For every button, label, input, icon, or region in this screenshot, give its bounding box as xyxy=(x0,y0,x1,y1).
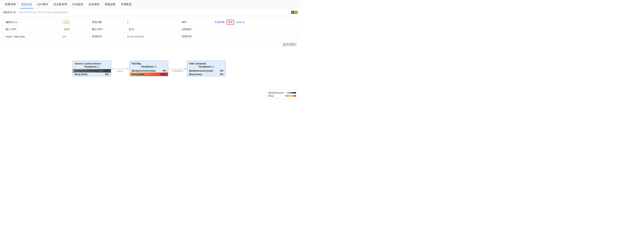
tab-autotune[interactable]: 自动调优 xyxy=(86,0,102,9)
node-source-title: Source: Custom Source xyxy=(75,62,109,65)
latency-value: - xyxy=(212,26,298,33)
job-id-bar: 当前作业 ID dc1f7e1a-61c2-4877-831b-340fe2ce… xyxy=(0,9,300,16)
node-source-bp: Backpressured (max):100% xyxy=(73,69,111,73)
node-sink[interactable]: Sink: Unnamed Parallelism: 1 Backpressur… xyxy=(187,61,226,76)
node-flatmap-bp: Backpressured (max):0% xyxy=(130,69,168,73)
legend-bp-bar xyxy=(286,92,296,93)
tab-job-probe[interactable]: 作业探查 xyxy=(70,0,86,9)
node-sink-busy: Busy (max):0% xyxy=(187,73,225,76)
legend-bp-label: Backpressured xyxy=(268,91,284,94)
status-badge-green: 3 xyxy=(295,11,298,14)
metrics-link[interactable]: 指标 xyxy=(226,20,234,25)
job-graph: Source: Custom Source Parallelism: 1 Bac… xyxy=(3,49,298,99)
health-pill: 100 xyxy=(62,21,70,24)
status-badge-gray: 3 xyxy=(291,11,294,14)
info-table: 健康分Beta 100 重启次数 0 操作 作业详情 指标 Flink UI 输… xyxy=(3,19,298,40)
ops-links: 作业详情 指标 Flink UI xyxy=(212,19,298,26)
health-label: 健康分Beta xyxy=(3,19,60,26)
flink-ui-link[interactable]: Flink UI xyxy=(236,21,244,24)
legend: Backpressured Busy xyxy=(267,90,298,99)
latency-label: 业务延时 xyxy=(179,26,212,33)
tab-state-mgmt[interactable]: 状态集管理 xyxy=(51,0,70,9)
edge-forward-label: FORWARD xyxy=(172,70,183,72)
start-label: 启动时间 xyxy=(89,33,124,40)
node-source-parallelism: Parallelism: 1 xyxy=(75,65,109,68)
node-sink-parallelism: Parallelism: 1 xyxy=(189,65,224,68)
tab-status-overview[interactable]: 状态总览 xyxy=(18,0,35,9)
node-sink-bp: Backpressured (max):0% xyxy=(187,69,225,73)
tab-alarm-config[interactable]: 告警配置 xyxy=(118,0,134,9)
tabs-bar: 部署详情 状态总览 运行事件 状态集管理 作业探查 自动调优 智能诊断 告警配置 xyxy=(0,0,300,9)
node-flatmap[interactable]: Flat Map Parallelism: 1 Backpressured (m… xyxy=(130,61,168,76)
tab-diagnosis[interactable]: 智能诊断 xyxy=(102,0,118,9)
out-rps-label: 输出 RPS xyxy=(89,26,124,33)
end-label: 结束时间 xyxy=(179,33,212,40)
out-rps-value: - 条/秒 xyxy=(124,26,179,33)
restart-label: 重启次数 xyxy=(89,19,124,26)
node-flatmap-busy: Busy (max):100% xyxy=(130,73,168,76)
pro-mode-button[interactable]: 专业模式 xyxy=(282,42,297,47)
svg-rect-0 xyxy=(284,44,286,45)
node-source[interactable]: Source: Custom Source Parallelism: 1 Bac… xyxy=(72,61,111,76)
legend-busy-bar xyxy=(286,95,296,97)
tab-deploy-detail[interactable]: 部署详情 xyxy=(2,0,18,9)
node-source-busy: Busy (max):N/A xyxy=(73,73,111,76)
slots-value: 1/4 xyxy=(60,33,89,40)
status-badges: 3 3 xyxy=(291,11,298,14)
job-id-value: dc1f7e1a-61c2-4877-831b-340fe2ceda21 xyxy=(19,11,68,14)
job-detail-link[interactable]: 作业详情 xyxy=(214,21,224,24)
node-flatmap-title: Flat Map xyxy=(132,62,166,65)
start-value: 02-04 15:30:32 xyxy=(124,33,179,40)
slots-label: Used / Total Slots xyxy=(3,33,60,40)
job-id-label: 当前作业 ID xyxy=(3,11,16,14)
edge-hash-label: HASH xyxy=(117,70,123,72)
restart-value: 0 xyxy=(124,19,179,26)
end-value: - xyxy=(212,33,298,40)
node-sink-title: Sink: Unnamed xyxy=(189,62,224,65)
in-rps-value: - 条/秒 xyxy=(60,26,89,33)
legend-busy-label: Busy xyxy=(268,94,274,97)
expand-icon xyxy=(283,43,286,46)
beta-tag: Beta xyxy=(14,21,18,23)
tab-runtime-events[interactable]: 运行事件 xyxy=(35,0,51,9)
in-rps-label: 输入 RPS xyxy=(3,26,60,33)
node-flatmap-parallelism: Parallelism: 1 xyxy=(132,65,166,68)
ops-label: 操作 xyxy=(179,19,212,26)
health-value: 100 xyxy=(60,19,89,26)
